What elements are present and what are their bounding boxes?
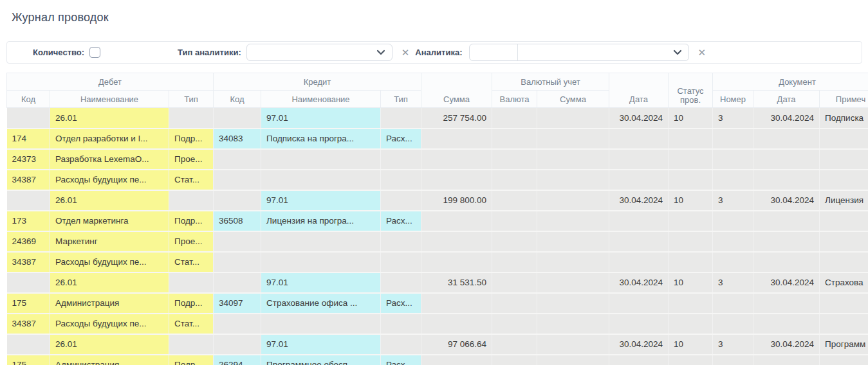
cell[interactable]: [214, 231, 261, 252]
cell[interactable]: 10: [669, 334, 713, 355]
cell[interactable]: [669, 252, 713, 272]
cell[interactable]: [381, 334, 421, 355]
cell[interactable]: [492, 355, 537, 365]
header-credit-type[interactable]: Тип: [381, 91, 421, 108]
cell[interactable]: [609, 355, 669, 365]
cell[interactable]: [669, 231, 713, 252]
cell[interactable]: Стат...: [169, 170, 214, 190]
cell[interactable]: [421, 129, 492, 149]
cell[interactable]: [421, 149, 492, 170]
cell[interactable]: 30.04.2024: [753, 108, 820, 129]
cell[interactable]: [713, 211, 753, 231]
cell[interactable]: 3: [713, 334, 753, 355]
cell[interactable]: 26.01: [50, 272, 169, 293]
analytics-select[interactable]: [469, 44, 689, 61]
cell[interactable]: [492, 211, 537, 231]
cell[interactable]: Стат...: [169, 252, 214, 272]
cell[interactable]: Программ: [820, 334, 868, 355]
cell[interactable]: Страхование офиса ...: [261, 293, 381, 314]
cell[interactable]: [492, 231, 537, 252]
header-debit-type[interactable]: Тип: [169, 91, 214, 108]
cell[interactable]: Подр...: [169, 129, 214, 149]
cell[interactable]: [492, 293, 537, 314]
cell[interactable]: [169, 272, 214, 293]
cell[interactable]: [381, 231, 421, 252]
cell[interactable]: [537, 231, 609, 252]
cell[interactable]: 10: [669, 108, 713, 129]
cell[interactable]: [713, 314, 753, 334]
cell[interactable]: Расходы будущих пе...: [50, 170, 169, 190]
cell[interactable]: [820, 252, 868, 272]
cell[interactable]: [381, 149, 421, 170]
cell[interactable]: [669, 355, 713, 365]
cell[interactable]: [421, 231, 492, 252]
cell[interactable]: [713, 170, 753, 190]
cell[interactable]: Программное обесп...: [261, 355, 381, 365]
cell[interactable]: [537, 211, 609, 231]
cell[interactable]: [381, 108, 421, 129]
cell[interactable]: 257 754.00: [421, 108, 492, 129]
cell[interactable]: [609, 293, 669, 314]
header-note[interactable]: Примеч: [820, 91, 868, 108]
cell[interactable]: [421, 170, 492, 190]
cell[interactable]: [609, 149, 669, 170]
cell[interactable]: [669, 129, 713, 149]
cell[interactable]: [820, 149, 868, 170]
cell[interactable]: [492, 108, 537, 129]
cell[interactable]: 3: [713, 108, 753, 129]
cell[interactable]: [537, 272, 609, 293]
cell[interactable]: 175: [7, 355, 50, 365]
cell[interactable]: 97.01: [261, 272, 381, 293]
cell[interactable]: [214, 272, 261, 293]
cell[interactable]: 31 531.50: [421, 272, 492, 293]
cell[interactable]: 174: [7, 129, 50, 149]
header-credit-code[interactable]: Код: [214, 91, 261, 108]
cell[interactable]: [261, 170, 381, 190]
cell[interactable]: 34387: [7, 252, 50, 272]
cell[interactable]: Прое...: [169, 231, 214, 252]
cell[interactable]: 26.01: [50, 190, 169, 211]
cell[interactable]: 10: [669, 190, 713, 211]
cell[interactable]: [7, 108, 50, 129]
cell[interactable]: [820, 355, 868, 365]
cell[interactable]: Лицензия: [820, 190, 868, 211]
cell[interactable]: [492, 252, 537, 272]
cell[interactable]: 97 066.64: [421, 334, 492, 355]
cell[interactable]: [753, 149, 820, 170]
cell[interactable]: 30.04.2024: [753, 190, 820, 211]
cell[interactable]: [421, 314, 492, 334]
cell[interactable]: [421, 211, 492, 231]
cell[interactable]: [261, 252, 381, 272]
cell[interactable]: [669, 314, 713, 334]
cell[interactable]: [713, 293, 753, 314]
cell[interactable]: [169, 190, 214, 211]
cell[interactable]: [537, 190, 609, 211]
header-doc-number[interactable]: Номер: [713, 91, 753, 108]
cell[interactable]: [421, 293, 492, 314]
cell[interactable]: [381, 170, 421, 190]
cell[interactable]: [492, 272, 537, 293]
cell[interactable]: Подр...: [169, 355, 214, 365]
cell[interactable]: [537, 293, 609, 314]
cell[interactable]: [169, 108, 214, 129]
cell[interactable]: [753, 314, 820, 334]
clear-analytics-icon[interactable]: ✕: [698, 48, 706, 57]
cell[interactable]: Расходы будущих пе...: [50, 314, 169, 334]
cell[interactable]: Подр...: [169, 211, 214, 231]
cell[interactable]: [669, 149, 713, 170]
cell[interactable]: [537, 108, 609, 129]
cell[interactable]: 34083: [214, 129, 261, 149]
cell[interactable]: 36508: [214, 211, 261, 231]
cell[interactable]: 34387: [7, 314, 50, 334]
cell[interactable]: [421, 355, 492, 365]
cell[interactable]: [713, 252, 753, 272]
cell[interactable]: [820, 211, 868, 231]
cell[interactable]: 97.01: [261, 108, 381, 129]
cell[interactable]: 175: [7, 293, 50, 314]
header-sum[interactable]: Сумма: [421, 73, 492, 108]
header-currency[interactable]: Валюта: [492, 91, 537, 108]
cell[interactable]: 30.04.2024: [609, 272, 669, 293]
cell[interactable]: [214, 334, 261, 355]
cell[interactable]: Разработка LexemaO...: [50, 149, 169, 170]
cell[interactable]: [713, 149, 753, 170]
